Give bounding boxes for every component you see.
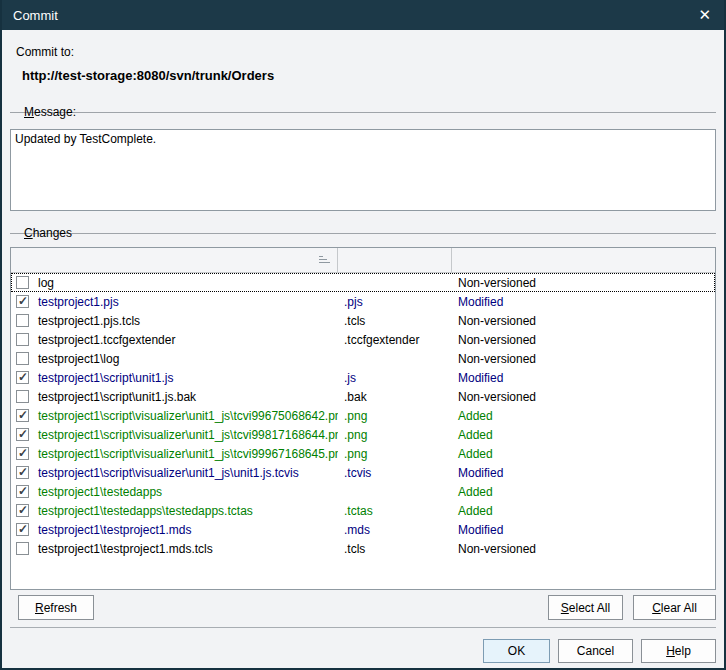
checkbox-checked[interactable] (16, 466, 29, 479)
file-name: testproject1\testproject1.mds.tcls (38, 542, 213, 556)
message-label: Message: (24, 105, 76, 119)
table-row[interactable]: testproject1.pjs.tcls.tclsNon-versioned (11, 311, 715, 330)
checkbox-checked[interactable] (16, 523, 29, 536)
changes-table-header (11, 248, 715, 273)
file-name-cell: testproject1\testedapps (11, 485, 338, 499)
checkbox-checked[interactable] (16, 447, 29, 460)
file-name: testproject1\script\visualizer\unit1_js\… (38, 428, 338, 442)
file-name-cell: testproject1.pjs.tcls (11, 314, 338, 328)
column-header-status[interactable] (452, 248, 715, 272)
file-name: testproject1\testproject1.mds (38, 523, 191, 537)
checkbox-checked[interactable] (16, 409, 29, 422)
file-extension-cell: .bak (338, 390, 452, 404)
checkbox-checked[interactable] (16, 371, 29, 384)
window-title: Commit (13, 8, 696, 23)
checkbox-unchecked[interactable] (16, 390, 29, 403)
file-name-cell: testproject1\log (11, 352, 338, 366)
status-cell: Added (452, 409, 715, 423)
checkbox-unchecked[interactable] (16, 314, 29, 327)
message-input[interactable]: Updated by TestComplete. (10, 129, 716, 211)
file-name-cell: testproject1\script\visualizer\unit1_js\… (11, 466, 338, 480)
status-cell: Added (452, 447, 715, 461)
table-row[interactable]: testproject1.tccfgextender.tccfgextender… (11, 330, 715, 349)
table-row[interactable]: testproject1\script\visualizer\unit1_js\… (11, 444, 715, 463)
file-extension-cell: .js (338, 371, 452, 385)
file-extension-cell: .pjs (338, 295, 452, 309)
checkbox-unchecked[interactable] (16, 276, 29, 289)
dialog-content: Commit to: http://test-storage:8080/svn/… (2, 45, 724, 663)
cancel-button[interactable]: Cancel (558, 639, 633, 663)
table-row[interactable]: testproject1\script\visualizer\unit1_js\… (11, 425, 715, 444)
refresh-button[interactable]: Refresh (18, 595, 94, 620)
file-name-cell: testproject1\testproject1.mds.tcls (11, 542, 338, 556)
sort-ascending-icon (319, 255, 331, 265)
file-name-cell: testproject1.tccfgextender (11, 333, 338, 347)
column-header-name[interactable] (11, 248, 338, 272)
checkbox-checked[interactable] (16, 485, 29, 498)
ok-button[interactable]: OK (483, 639, 550, 663)
status-cell: Added (452, 428, 715, 442)
dialog-actions: OK Cancel Help (10, 639, 716, 663)
column-header-extension[interactable] (338, 248, 452, 272)
table-row[interactable]: testproject1\script\unit1.js.bak.bakNon-… (11, 387, 715, 406)
file-name-cell: testproject1\testproject1.mds (11, 523, 338, 537)
commit-to-label: Commit to: (16, 45, 718, 59)
file-name: testproject1\testedapps (38, 485, 162, 499)
close-icon[interactable]: ✕ (696, 6, 713, 24)
file-name: testproject1\script\unit1.js.bak (38, 390, 196, 404)
table-row[interactable]: testproject1\logNon-versioned (11, 349, 715, 368)
changes-table: logNon-versionedtestproject1.pjs.pjsModi… (10, 247, 716, 590)
file-extension-cell: .tctas (338, 504, 452, 518)
file-extension-cell: .mds (338, 523, 452, 537)
file-name-cell: testproject1\script\visualizer\unit1_js\… (11, 447, 338, 461)
help-button[interactable]: Help (641, 639, 716, 663)
status-cell: Non-versioned (452, 390, 715, 404)
file-extension-cell: .tcvis (338, 466, 452, 480)
file-name: testproject1\script\visualizer\unit1_js\… (38, 466, 299, 480)
file-name: testproject1.pjs (38, 295, 119, 309)
checkbox-unchecked[interactable] (16, 542, 29, 555)
commit-dialog: Commit ✕ Commit to: http://test-storage:… (0, 0, 726, 670)
file-name: testproject1\log (38, 352, 119, 366)
table-row[interactable]: testproject1\testedappsAdded (11, 482, 715, 501)
file-name: testproject1\script\visualizer\unit1_js\… (38, 409, 338, 423)
checkbox-unchecked[interactable] (16, 352, 29, 365)
clear-all-button[interactable]: Clear All (633, 595, 716, 620)
table-row[interactable]: testproject1\script\visualizer\unit1_js\… (11, 406, 715, 425)
footer-separator (10, 627, 716, 628)
file-name-cell: testproject1\script\visualizer\unit1_js\… (11, 409, 338, 423)
file-extension-cell: .png (338, 447, 452, 461)
title-bar[interactable]: Commit ✕ (0, 0, 726, 30)
file-name: testproject1.tccfgextender (38, 333, 175, 347)
status-cell: Non-versioned (452, 352, 715, 366)
table-row[interactable]: testproject1.pjs.pjsModified (11, 292, 715, 311)
file-name-cell: testproject1\script\unit1.js (11, 371, 338, 385)
message-group-header: Message: (10, 105, 716, 119)
list-actions: Refresh Select All Clear All (10, 595, 716, 620)
file-name: testproject1.pjs.tcls (38, 314, 140, 328)
checkbox-unchecked[interactable] (16, 333, 29, 346)
status-cell: Non-versioned (452, 276, 715, 290)
file-extension-cell: .tccfgextender (338, 333, 452, 347)
file-name: testproject1\testedapps\testedapps.tctas (38, 504, 253, 518)
checkbox-checked[interactable] (16, 504, 29, 517)
table-row[interactable]: testproject1\testproject1.mds.mdsModifie… (11, 520, 715, 539)
status-cell: Modified (452, 371, 715, 385)
file-name: testproject1\script\visualizer\unit1_js\… (38, 447, 338, 461)
file-name-cell: testproject1\testedapps\testedapps.tctas (11, 504, 338, 518)
status-cell: Added (452, 504, 715, 518)
file-extension-cell: .tcls (338, 542, 452, 556)
select-all-button[interactable]: Select All (548, 595, 623, 620)
table-row[interactable]: testproject1\script\unit1.js.jsModified (11, 368, 715, 387)
checkbox-checked[interactable] (16, 428, 29, 441)
status-cell: Added (452, 485, 715, 499)
table-row[interactable]: testproject1\testedapps\testedapps.tctas… (11, 501, 715, 520)
checkbox-checked[interactable] (16, 295, 29, 308)
table-row[interactable]: testproject1\script\visualizer\unit1_js\… (11, 463, 715, 482)
table-row[interactable]: logNon-versioned (11, 273, 715, 292)
table-row[interactable]: testproject1\testproject1.mds.tcls.tclsN… (11, 539, 715, 558)
status-cell: Non-versioned (452, 542, 715, 556)
status-cell: Modified (452, 523, 715, 537)
file-extension-cell: .png (338, 428, 452, 442)
changes-group-line (10, 233, 716, 234)
